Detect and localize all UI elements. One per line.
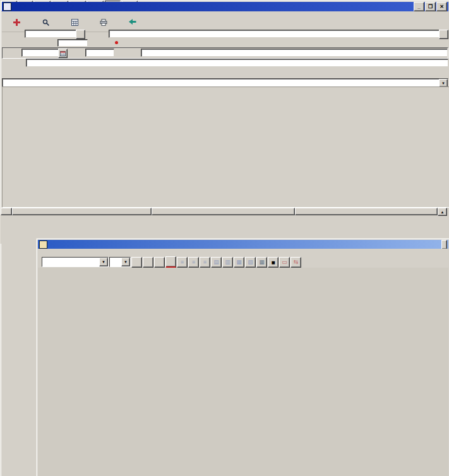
cell-format-1-button[interactable]: ▥ (222, 257, 233, 268)
border-box-button[interactable]: ■ (268, 257, 278, 268)
column-header-t[interactable] (12, 208, 152, 215)
scale-input[interactable] (57, 39, 88, 47)
table-corner-cell (1, 208, 12, 215)
align-right-button[interactable]: ≡ (200, 257, 210, 268)
chart-panel (2, 86, 449, 208)
cell-format-2-button[interactable]: ▦ (234, 257, 244, 268)
cell-format-3-button[interactable]: ▧ (245, 257, 256, 268)
calendar-icon (60, 51, 66, 56)
report-titlebar[interactable] (38, 240, 448, 249)
font-color-button[interactable] (165, 256, 176, 268)
report-column-headers (38, 268, 448, 273)
calendar-button[interactable] (58, 49, 68, 58)
place-input[interactable] (141, 49, 448, 57)
align-center-button[interactable]: ≡ (188, 257, 199, 268)
font-name-dropdown-icon[interactable]: ▼ (99, 258, 108, 266)
report-toolbar: ▼ ▼ ≡ ≡ ≡ ▤ ▥ ▦ ▧ ▦ ■ ▭ ⇆ (38, 256, 448, 268)
report-icon (39, 241, 47, 249)
date-panel (2, 47, 448, 59)
description-input[interactable] (26, 59, 448, 67)
font-name-combo[interactable]: ▼ (42, 257, 109, 267)
date-input[interactable] (21, 49, 61, 57)
underline-button[interactable] (154, 257, 165, 268)
page-break-button[interactable]: ▭ (279, 257, 290, 268)
italic-button[interactable] (143, 257, 153, 268)
minimize-button[interactable]: _ (414, 2, 424, 11)
main-titlebar[interactable]: _ ❐ ✕ (2, 2, 448, 11)
chart-plot (3, 94, 448, 195)
column-header-g2[interactable] (295, 208, 438, 215)
borders-button[interactable]: ▦ (256, 257, 267, 268)
calc-grid-icon (71, 19, 78, 26)
refresh-report-button[interactable]: ⇆ (290, 257, 301, 268)
results-table-header: ▲ (1, 208, 449, 215)
red-cross-icon (13, 19, 20, 26)
printer-icon (100, 19, 107, 26)
align-left-button[interactable]: ≡ (177, 257, 188, 268)
font-size-dropdown-icon[interactable]: ▼ (121, 258, 130, 266)
main-menubar (2, 11, 448, 19)
substance-input[interactable] (109, 30, 441, 38)
back-arrow-icon (129, 19, 136, 25)
time-input[interactable] (85, 49, 114, 57)
accident-place-dot-icon (115, 41, 118, 44)
table-scroll-up-button[interactable]: ▲ (438, 208, 447, 216)
font-size-combo[interactable]: ▼ (109, 257, 131, 267)
merge-cells-button[interactable]: ▤ (211, 257, 222, 268)
accident-code-browse-button[interactable] (76, 30, 85, 39)
report-menubar (38, 249, 448, 256)
substance-browse-button[interactable] (439, 30, 448, 39)
close-button[interactable]: ✕ (436, 2, 447, 11)
magnifier-icon (42, 19, 49, 26)
bold-button[interactable] (131, 257, 142, 268)
restore-button[interactable]: ❐ (425, 2, 436, 11)
report-window: ▼ ▼ ≡ ≡ ≡ ▤ ▥ ▦ ▧ ▦ ■ ▭ ⇆ (36, 238, 449, 476)
report-close-button[interactable] (441, 240, 447, 249)
accident-code-input[interactable] (25, 30, 78, 38)
report-document[interactable] (38, 268, 448, 476)
app-icon (3, 3, 11, 11)
column-header-g1[interactable] (152, 208, 295, 215)
screen: _ ❐ ✕ (0, 0, 449, 476)
